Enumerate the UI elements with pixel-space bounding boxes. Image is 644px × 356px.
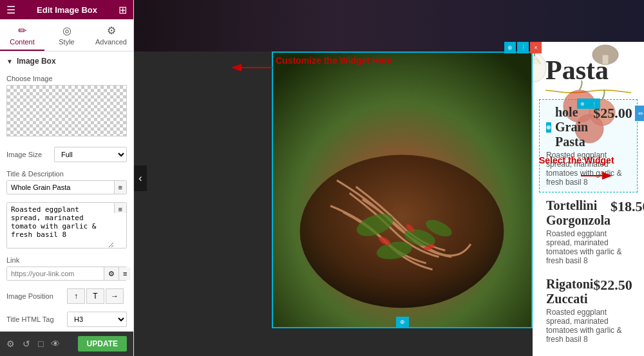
panel-content: ▼ Image Box Choose Image Image Size Full… [0,52,133,332]
item-0-name-text: hole Grain Pasta [555,105,593,149]
panel-footer: ⚙ ↺ □ 👁 UPDATE [0,332,133,356]
item-0-icon: ⊕ [546,122,551,133]
title-input[interactable] [7,181,114,194]
pos-btn-right[interactable]: → [106,288,124,304]
tab-content-label: Content [10,38,35,46]
menu-area: Pasta Select the Widget ⊕ [533,42,644,356]
grid-icon[interactable]: ⊞ [118,4,127,16]
panel-header: ☰ Edit Image Box ⊞ [0,0,133,19]
widget-toolbar: ⊕ ⋮ × [504,42,542,53]
tab-advanced-label: Advanced [95,38,127,46]
menu-icon[interactable]: ☰ [6,4,15,16]
desc-input-wrapper: Roasted eggplant spread, marinated tomat… [6,202,127,248]
choose-image-group: Choose Image [0,71,133,143]
item-2-header: Rigatoni Zuccati $22.50 [546,277,630,306]
widget-dots-btn[interactable]: ⋮ [517,42,529,53]
style-icon: ◎ [62,24,71,37]
footer-icons: ⚙ ↺ □ 👁 [6,339,60,349]
title-desc-group: Title & Description ≡ [0,166,133,198]
update-button[interactable]: UPDATE [78,336,127,351]
item-1-desc: Roasted eggplant spread, marinated tomat… [546,229,630,265]
panel-tabs: ✏ Content ◎ Style ⚙ Advanced [0,19,133,52]
image-box-section-header[interactable]: ▼ Image Box [0,52,133,71]
image-size-select[interactable]: Full Large Medium Thumbnail [54,147,127,162]
panel-title: Edit Image Box [37,5,97,15]
item-0-toolbar-icon-btn[interactable]: ⊕ [577,98,589,109]
title-input-list-icon[interactable]: ≡ [114,181,126,194]
title-html-tag-label: Title HTML Tag [6,315,64,323]
customize-text: Customize the Widget Here [276,55,392,66]
food-image-handle[interactable]: ⊕ [396,317,409,327]
link-gear-icon[interactable]: ⚙ [104,267,118,280]
food-image-box[interactable]: ⊕ [272,52,533,328]
item-1-price: $18.50 [611,198,644,215]
item-1-name: Tortellini Gorgonzola [546,198,611,228]
menu-item-wrapper-1: Tortellini Gorgonzola $18.50 Roasted egg… [539,192,638,271]
link-label: Link [6,256,127,264]
image-size-group: Image Size Full Large Medium Thumbnail [0,143,133,166]
section-arrow-icon: ▼ [6,58,13,65]
widget-move-btn[interactable]: ⊕ [504,42,516,53]
customize-hint: Customize the Widget Here [276,55,392,66]
section-title: Image Box [17,57,56,66]
image-upload-area[interactable] [6,85,127,136]
widget-close-btn[interactable]: × [530,42,542,53]
tab-content[interactable]: ✏ Content [0,19,44,51]
left-panel: ☰ Edit Image Box ⊞ ✏ Content ◎ Style ⚙ A… [0,0,134,356]
tab-style[interactable]: ◎ Style [44,19,89,51]
choose-image-label: Choose Image [6,75,127,82]
svg-rect-10 [602,55,609,64]
title-desc-label: Title & Description [6,170,127,178]
advanced-icon: ⚙ [107,24,116,37]
link-group: Link ⚙ ≡ [0,252,133,285]
title-html-tag-group: Title HTML Tag H3 H1 H2 H4 H5 H6 [0,308,133,331]
title-input-wrapper: ≡ [6,180,127,194]
select-widget-hint: Select the Widget [539,155,614,166]
link-input-wrapper: ⚙ ≡ [6,267,127,281]
title-html-tag-select[interactable]: H3 H1 H2 H4 H5 H6 [67,312,127,327]
image-position-group: Image Position ↑ T → [0,285,133,308]
footer-eye-icon[interactable]: 👁 [51,339,60,349]
pos-btn-center[interactable]: T [86,288,104,304]
tab-style-label: Style [59,38,74,46]
item-1-header: Tortellini Gorgonzola $18.50 [546,198,630,228]
position-buttons: ↑ T → [67,288,124,304]
item-0-name: ⊕ hole Grain Pasta [546,105,593,149]
select-widget-text: Select the Widget [539,155,614,165]
menu-items: ⊕ ⋮ ⊕ hole Grain Pasta $25.00 ✏ Roast [533,99,644,350]
image-position-label: Image Position [6,292,64,300]
description-group: Roasted eggplant spread, marinated tomat… [0,198,133,252]
menu-item-1[interactable]: Tortellini Gorgonzola $18.50 Roasted egg… [539,192,638,271]
link-list-icon[interactable]: ≡ [118,267,131,280]
item-1-name-text: Tortellini Gorgonzola [546,198,611,228]
item-0-toolbar: ⊕ ⋮ [577,98,600,109]
footer-save-icon[interactable]: □ [38,339,43,349]
item-0-toolbar-dots-btn[interactable]: ⋮ [589,98,600,109]
footer-history-icon[interactable]: ↺ [23,339,30,349]
item-2-name-text: Rigatoni Zuccati [546,277,593,306]
item-2-desc: Roasted eggplant spread, marinated tomat… [546,308,630,344]
link-input[interactable] [7,267,104,280]
menu-item-2[interactable]: Rigatoni Zuccati $22.50 Roasted eggplant… [539,271,638,350]
item-2-price: $22.50 [593,277,632,294]
pos-btn-left[interactable]: ↑ [67,288,85,304]
tab-advanced[interactable]: ⚙ Advanced [89,19,133,51]
image-size-label: Image Size [6,151,52,158]
content-icon: ✏ [18,24,26,37]
item-2-name: Rigatoni Zuccati [546,277,593,306]
item-0-edit-btn[interactable]: ✏ [635,106,644,121]
right-content: ‹ ⊕ ⋮ × Customize the Widget Here [134,0,644,356]
menu-item-wrapper-2: Rigatoni Zuccati $22.50 Roasted eggplant… [539,271,638,350]
desc-icon-btn[interactable]: ≡ [114,203,126,213]
footer-settings-icon[interactable]: ⚙ [6,339,15,349]
nav-arrow-left[interactable]: ‹ [134,165,147,191]
item-0-header: ⊕ hole Grain Pasta $25.00 ✏ [546,105,630,149]
description-textarea[interactable]: Roasted eggplant spread, marinated tomat… [7,203,114,248]
pasta-visual [273,53,531,327]
